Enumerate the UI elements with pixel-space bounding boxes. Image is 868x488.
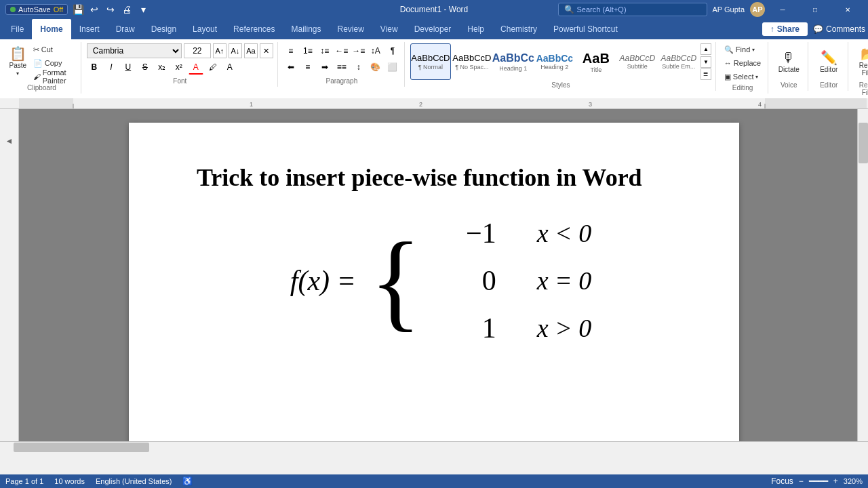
tab-layout[interactable]: Layout — [184, 19, 225, 39]
style-subtle-em[interactable]: AaBbCcD Subtle Em... — [658, 43, 699, 80]
save-icon[interactable]: 💾 — [72, 3, 84, 16]
tab-file[interactable]: File — [3, 19, 32, 39]
gallery-more-button[interactable]: ☰ — [701, 68, 711, 80]
accessibility-icon[interactable]: ♿ — [182, 476, 193, 486]
show-hide-button[interactable]: ¶ — [385, 43, 400, 58]
style-normal[interactable]: AaBbCcD ¶ Normal — [410, 43, 451, 80]
paste-button[interactable]: 📋 Paste ▾ — [7, 43, 29, 80]
font-color-button[interactable]: A — [189, 60, 203, 75]
style-title[interactable]: AaB Title — [576, 43, 616, 80]
superscript-button[interactable]: x² — [172, 60, 186, 75]
style-subtle-em-preview: AaBbCcD — [661, 54, 697, 63]
align-center-button[interactable]: ≡ — [300, 60, 315, 75]
language[interactable]: English (United States) — [96, 477, 172, 485]
align-right-button[interactable]: ➡ — [317, 60, 332, 75]
tab-mailings[interactable]: Mailings — [283, 19, 329, 39]
copy-button[interactable]: 📄 Copy — [31, 57, 77, 69]
tab-powerful-shortcut[interactable]: Powerful Shortcut — [545, 19, 626, 39]
bullets-button[interactable]: ≡ — [283, 43, 298, 58]
search-bar[interactable]: 🔍 Search (Alt+Q) — [558, 3, 707, 16]
tab-draw[interactable]: Draw — [108, 19, 143, 39]
zoom-in-icon[interactable]: + — [833, 476, 838, 486]
vertical-scrollbar[interactable] — [857, 109, 868, 441]
sort-button[interactable]: ↕A — [368, 43, 383, 58]
select-button[interactable]: ▣ Select ▾ — [722, 70, 764, 83]
tab-home[interactable]: Home — [32, 19, 71, 39]
editor-icon: ✏️ — [821, 51, 837, 64]
underline-button[interactable]: U — [121, 60, 136, 75]
tab-chemistry[interactable]: Chemistry — [492, 19, 545, 39]
style-no-space[interactable]: AaBbCcD ¶ No Spac... — [452, 43, 492, 80]
line-spacing-button[interactable]: ↕ — [351, 60, 366, 75]
focus-button[interactable]: Focus — [771, 476, 793, 486]
format-painter-button[interactable]: 🖌 Format Painter — [31, 70, 77, 83]
zoom-level[interactable]: 320% — [844, 477, 863, 485]
document-page[interactable]: Trick to insert piece-wise function in W… — [129, 123, 739, 441]
zoom-out-icon[interactable]: − — [799, 476, 804, 486]
vertical-scroll-thumb[interactable] — [859, 123, 868, 163]
gallery-up-button[interactable]: ▲ — [701, 43, 711, 55]
editor-button[interactable]: ✏️ Editor — [814, 43, 844, 80]
increase-indent-button[interactable]: →≡ — [351, 43, 366, 58]
tab-references[interactable]: References — [225, 19, 283, 39]
comments-button[interactable]: 💬 Comments — [813, 24, 865, 34]
style-heading1[interactable]: AaBbCc Heading 1 — [493, 43, 534, 80]
style-heading2[interactable]: AaBbCc Heading 2 — [534, 43, 575, 80]
numbering-button[interactable]: 1≡ — [300, 43, 315, 58]
print-icon[interactable]: 🖨 — [121, 3, 133, 16]
multilevel-button[interactable]: ↕≡ — [317, 43, 332, 58]
ribbon: 📋 Paste ▾ ✂ Cut 📄 Copy 🖌 Format Painter — [0, 39, 868, 98]
font-size-increase-button[interactable]: A↑ — [213, 43, 226, 58]
restore-button[interactable]: □ — [800, 0, 830, 19]
borders-button[interactable]: ⬜ — [385, 60, 400, 75]
autosave-badge[interactable]: AutoSave Off — [5, 4, 68, 15]
decrease-indent-button[interactable]: ←≡ — [334, 43, 349, 58]
tab-bar-actions: ↑ Share 💬 Comments — [762, 22, 865, 36]
font-size-decrease-button[interactable]: A↓ — [229, 43, 242, 58]
tab-view[interactable]: View — [372, 19, 406, 39]
style-normal-label: ¶ Normal — [418, 64, 443, 70]
text-color-button[interactable]: A — [222, 60, 237, 75]
horizontal-scrollbar[interactable] — [0, 441, 868, 452]
redo-icon[interactable]: ↪ — [104, 3, 117, 16]
dictate-button[interactable]: 🎙 Dictate — [774, 43, 804, 80]
style-h2-preview: AaBbCc — [536, 53, 573, 64]
bold-button[interactable]: B — [87, 60, 102, 75]
horizontal-scroll-track[interactable] — [0, 442, 868, 452]
tab-insert[interactable]: Insert — [71, 19, 108, 39]
find-button[interactable]: 🔍 Find ▾ — [722, 43, 764, 56]
reuse-button[interactable]: 📂 Reuse Files — [854, 43, 868, 80]
align-left-button[interactable]: ⬅ — [283, 60, 298, 75]
page-info[interactable]: Page 1 of 1 — [5, 477, 43, 485]
formula-container: f(x) = { −1 x < 0 0 x = 0 1 — [197, 213, 685, 348]
replace-button[interactable]: ↔ Replace — [722, 57, 764, 69]
font-size-input[interactable] — [184, 43, 211, 58]
zoom-slider[interactable]: ━━━━ — [809, 476, 828, 486]
subscript-button[interactable]: x₂ — [155, 60, 170, 75]
shading-button[interactable]: 🎨 — [368, 60, 383, 75]
strikethrough-button[interactable]: S — [138, 60, 153, 75]
highlight-button[interactable]: 🖊 — [205, 60, 220, 75]
justify-button[interactable]: ≡≡ — [334, 60, 349, 75]
user-avatar[interactable]: AP — [750, 2, 765, 17]
gallery-down-button[interactable]: ▼ — [701, 56, 711, 68]
share-button[interactable]: ↑ Share — [762, 22, 808, 36]
editor-group: ✏️ Editor Editor — [810, 42, 848, 91]
change-case-button[interactable]: Aa — [244, 43, 258, 58]
cut-button[interactable]: ✂ Cut — [31, 43, 77, 56]
horizontal-scroll-thumb[interactable] — [14, 443, 149, 452]
more-tools-icon[interactable]: ▾ — [137, 3, 149, 16]
word-count[interactable]: 10 words — [54, 477, 85, 485]
clear-formatting-button[interactable]: ✕ — [260, 43, 273, 58]
tab-developer[interactable]: Developer — [406, 19, 460, 39]
tab-review[interactable]: Review — [330, 19, 372, 39]
paragraph-controls: ≡ 1≡ ↕≡ ←≡ →≡ ↕A ¶ ⬅ ≡ ➡ ≡≡ ↕ 🎨 ⬜ — [283, 43, 400, 75]
tab-design[interactable]: Design — [143, 19, 184, 39]
close-button[interactable]: ✕ — [833, 0, 863, 19]
italic-button[interactable]: I — [104, 60, 119, 75]
undo-icon[interactable]: ↩ — [88, 3, 100, 16]
tab-help[interactable]: Help — [459, 19, 492, 39]
font-family-select[interactable]: Cambria — [87, 43, 182, 58]
style-subtitle[interactable]: AaBbCcD Subtitle — [617, 43, 658, 80]
minimize-button[interactable]: ─ — [768, 0, 797, 19]
